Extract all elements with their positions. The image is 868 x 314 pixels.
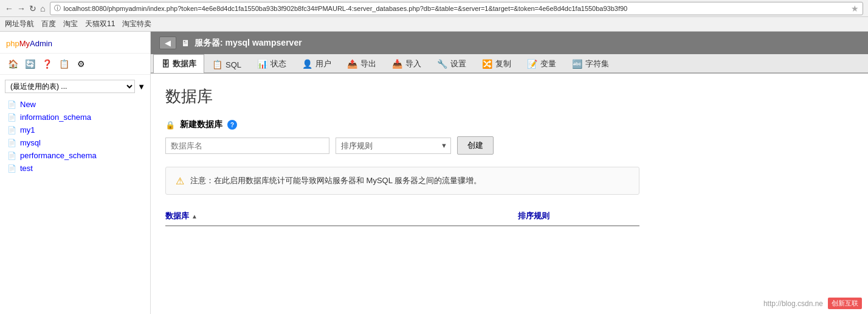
sidebar-toolbar: 🏠 🔄 ❓ 📋 ⚙ <box>0 53 150 75</box>
bookmark-baidu[interactable]: 百度 <box>41 19 56 29</box>
browser-nav-icons: ← → ↻ ⌂ <box>5 4 45 13</box>
back-button[interactable]: ◀ <box>159 37 176 49</box>
tab-variables-icon: 📝 <box>527 59 537 69</box>
warning-icon: ⚠ <box>176 175 184 187</box>
watermark-url: http://blog.csdn.ne <box>763 299 823 308</box>
bookmark-taobao-special[interactable]: 淘宝特卖 <box>122 19 151 29</box>
tab-charset[interactable]: 🔤 字符集 <box>564 54 617 73</box>
tab-import-label: 导入 <box>405 58 421 69</box>
sidebar-item-information-schema[interactable]: 📄 information_schema <box>0 111 150 124</box>
help-circle-icon[interactable]: ? <box>227 120 237 130</box>
bookmark-tmall[interactable]: 天猫双11 <box>85 19 115 29</box>
sidebar-item-label-test: test <box>20 164 33 173</box>
tab-replication[interactable]: 🔀 复制 <box>474 54 519 73</box>
tab-charset-icon: 🔤 <box>572 59 582 69</box>
bookmark-nav[interactable]: 网址导航 <box>5 19 34 29</box>
sidebar-item-label-perf: performance_schema <box>20 151 97 160</box>
address-bar[interactable]: ⓘ localhost:8080/phpmyadmin/index.php?to… <box>50 2 863 15</box>
tab-import-icon: 📥 <box>392 59 402 69</box>
tab-import[interactable]: 📥 导入 <box>384 54 429 73</box>
tab-sql-icon: 📋 <box>212 60 222 69</box>
server-title: 服务器: mysql wampserver <box>195 38 302 49</box>
sidebar-item-mysql[interactable]: 📄 mysql <box>0 136 150 149</box>
db-mysql-icon: 📄 <box>7 139 16 147</box>
tab-users[interactable]: 👤 用户 <box>294 54 339 73</box>
create-db-header: 🔒 新建数据库 ? <box>165 119 853 130</box>
tab-databases-icon: 🗄 <box>161 59 170 69</box>
db-new-icon: 📄 <box>7 100 16 109</box>
tab-export-icon: 📤 <box>347 59 357 69</box>
recent-tables-wrapper: (最近使用的表) ... ▼ <box>0 75 150 98</box>
db-name-input[interactable] <box>165 138 329 154</box>
page-content: 数据库 🔒 新建数据库 ? 排序规则 ▼ 创建 <box>151 74 868 239</box>
tab-databases-label: 数据库 <box>173 58 196 69</box>
collation-select-wrapper: 排序规则 ▼ <box>336 138 451 154</box>
col-database[interactable]: 数据库 ▲ <box>165 211 518 222</box>
logo-admin: Admin <box>30 39 52 48</box>
tab-replication-label: 复制 <box>495 58 511 69</box>
logo-my: My <box>19 39 30 48</box>
collation-select[interactable]: 排序规则 <box>336 138 451 154</box>
tab-charset-label: 字符集 <box>585 58 609 69</box>
sidebar-item-my1[interactable]: 📄 my1 <box>0 124 150 136</box>
home-sidebar-icon[interactable]: 🏠 <box>6 57 19 71</box>
watermark-logo: 创新互联 <box>828 298 862 309</box>
tab-status-label: 状态 <box>270 58 286 69</box>
tab-users-icon: 👤 <box>302 59 312 69</box>
tab-export[interactable]: 📤 导出 <box>339 54 384 73</box>
tab-status-icon: 📊 <box>257 59 267 69</box>
notice-box: ⚠ 注意：在此启用数据库统计可能导致网站服务器和 MySQL 服务器之间的流量骤… <box>165 167 639 195</box>
refresh-icon[interactable]: ↻ <box>29 4 36 13</box>
db-my1-icon: 📄 <box>7 126 16 134</box>
help-sidebar-icon[interactable]: ❓ <box>40 57 53 71</box>
tab-export-label: 导出 <box>360 58 376 69</box>
col-collation[interactable]: 排序规则 <box>518 211 639 222</box>
sidebar-item-new[interactable]: 📄 New <box>0 98 150 111</box>
page-title: 数据库 <box>165 86 853 107</box>
select-arrow-icon: ▼ <box>137 82 145 91</box>
sidebar-item-label-new: New <box>20 100 36 109</box>
tab-sql-label: SQL <box>226 60 241 69</box>
create-db-section: 🔒 新建数据库 ? 排序规则 ▼ 创建 <box>165 119 853 155</box>
recent-tables-select[interactable]: (最近使用的表) ... <box>5 80 135 93</box>
forward-icon[interactable]: → <box>17 4 26 13</box>
tab-status[interactable]: 📊 状态 <box>249 54 294 73</box>
settings-sidebar-icon[interactable]: ⚙ <box>74 57 88 71</box>
home-icon[interactable]: ⌂ <box>40 4 45 13</box>
copy-sidebar-icon[interactable]: 📋 <box>57 57 71 71</box>
tab-sql[interactable]: 📋 SQL <box>204 55 249 73</box>
tab-users-label: 用户 <box>315 58 331 69</box>
db-perf-icon: 📄 <box>7 152 16 160</box>
sidebar-item-test[interactable]: 📄 test <box>0 162 150 175</box>
tab-variables[interactable]: 📝 变量 <box>519 54 564 73</box>
back-icon[interactable]: ← <box>5 4 13 13</box>
db-table-header: 数据库 ▲ 排序规则 <box>165 207 639 226</box>
sidebar: phpMyAdmin 🏠 🔄 ❓ 📋 ⚙ (最近使用的表) ... ▼ 📄 Ne… <box>0 32 151 314</box>
sidebar-item-label-info: information_schema <box>20 113 91 122</box>
lock-small-icon: 🔒 <box>165 120 175 130</box>
sidebar-item-performance-schema[interactable]: 📄 performance_schema <box>0 149 150 162</box>
tab-bar: 🗄 数据库 📋 SQL 📊 状态 👤 用户 📤 导出 📥 导入 <box>151 54 868 74</box>
bookmark-taobao[interactable]: 淘宝 <box>63 19 78 29</box>
lock-icon: ⓘ <box>54 4 61 13</box>
sidebar-item-label-mysql: mysql <box>20 138 41 147</box>
tab-databases[interactable]: 🗄 数据库 <box>153 54 204 73</box>
col-collation-label: 排序规则 <box>518 211 549 220</box>
notice-text: 注意：在此启用数据库统计可能导致网站服务器和 MySQL 服务器之间的流量骤增。 <box>190 175 481 187</box>
bookmarks-bar: 网址导航 百度 淘宝 天猫双11 淘宝特卖 <box>0 17 868 32</box>
tab-settings-label: 设置 <box>450 58 466 69</box>
sidebar-item-label-my1: my1 <box>20 125 35 134</box>
tab-replication-icon: 🔀 <box>482 59 492 69</box>
tab-variables-label: 变量 <box>540 58 556 69</box>
tab-settings[interactable]: 🔧 设置 <box>429 54 474 73</box>
refresh-sidebar-icon[interactable]: 🔄 <box>23 57 36 71</box>
tab-settings-icon: 🔧 <box>437 59 447 69</box>
address-text: localhost:8080/phpmyadmin/index.php?toke… <box>63 5 849 12</box>
sort-asc-icon: ▲ <box>191 213 198 220</box>
create-db-button[interactable]: 创建 <box>457 136 494 155</box>
sidebar-logo: phpMyAdmin <box>0 32 150 53</box>
star-icon[interactable]: ★ <box>851 4 859 13</box>
server-header: ◀ 🖥 服务器: mysql wampserver <box>151 32 868 54</box>
db-test-icon: 📄 <box>7 164 16 173</box>
logo-php: php <box>6 39 19 48</box>
